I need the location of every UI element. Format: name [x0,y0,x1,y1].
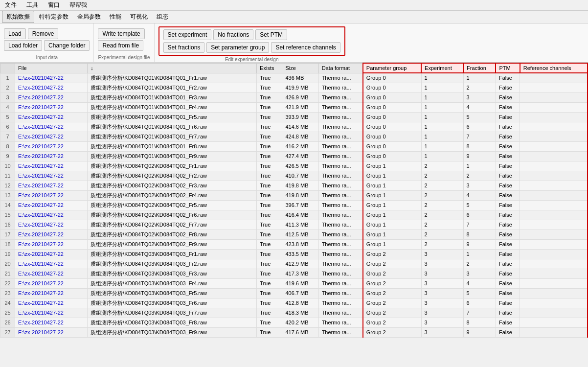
table-row[interactable]: 15 E:\zx-20210427-22 质组测序分析\KD084TQ02\KD… [0,210,588,220]
ref-channels-cell[interactable] [520,112,588,122]
ref-channels-cell[interactable] [520,190,588,200]
ptm-cell[interactable]: False [496,239,520,249]
table-row[interactable]: 24 E:\zx-20210427-22 质组测序分析\KD084TQ03\KD… [0,298,588,308]
ref-channels-cell[interactable] [520,278,588,288]
table-row[interactable]: 11 E:\zx-20210427-22 质组测序分析\KD084TQ02\KD… [0,171,588,181]
param-group-cell[interactable]: Group 1 [363,229,421,239]
read-from-file-button[interactable]: Read from file [98,40,143,51]
col-header-size[interactable]: Size [282,63,318,73]
fraction-cell[interactable]: 3 [463,269,496,278]
ptm-cell[interactable]: False [496,190,520,200]
ptm-cell[interactable]: False [496,102,520,112]
col-header-experiment[interactable]: Experiment [421,63,463,73]
table-row[interactable]: 27 E:\zx-20210427-22 质组测序分析\KD084TQ03\KD… [0,327,588,337]
param-group-cell[interactable]: Group 1 [363,161,421,171]
col-header-param-group[interactable]: Parameter group [363,63,421,73]
ref-channels-cell[interactable] [520,318,588,327]
remove-button[interactable]: Remove [28,28,59,39]
no-fractions-button[interactable]: No fractions [213,29,253,40]
tab-specific-params[interactable]: 特特定参数 [35,11,72,23]
experiment-cell[interactable]: 3 [421,278,463,288]
ref-channels-cell[interactable] [520,259,588,269]
ptm-cell[interactable]: False [496,83,520,92]
experiment-cell[interactable]: 1 [421,122,463,132]
col-header-exists[interactable]: Exists [257,63,282,73]
table-row[interactable]: 26 E:\zx-20210427-22 质组测序分析\KD084TQ03\KD… [0,318,588,327]
param-group-cell[interactable]: Group 2 [363,288,421,298]
ref-channels-cell[interactable] [520,161,588,171]
fraction-cell[interactable]: 5 [463,200,496,210]
fraction-cell[interactable]: 4 [463,102,496,112]
experiment-cell[interactable]: 1 [421,151,463,161]
table-row[interactable]: 17 E:\zx-20210427-22 质组测序分析\KD084TQ02\KD… [0,229,588,239]
table-row[interactable]: 2 E:\zx-20210427-22 质组测序分析\KD084TQ01\KD0… [0,83,588,92]
ptm-cell[interactable]: False [496,161,520,171]
table-row[interactable]: 13 E:\zx-20210427-22 质组测序分析\KD084TQ02\KD… [0,190,588,200]
set-ref-channels-button[interactable]: Set reference channels [271,42,340,53]
table-row[interactable]: 6 E:\zx-20210427-22 质组测序分析\KD084TQ01\KD0… [0,122,588,132]
ptm-cell[interactable]: False [496,269,520,278]
param-group-cell[interactable]: Group 2 [363,249,421,259]
param-group-cell[interactable]: Group 0 [363,102,421,112]
set-ptm-button[interactable]: Set PTM [255,29,287,40]
tab-global-params[interactable]: 全局参数 [73,11,105,23]
menu-help[interactable]: 帮帮我 [67,0,90,10]
ptm-cell[interactable]: False [496,220,520,229]
fraction-cell[interactable]: 5 [463,288,496,298]
fraction-cell[interactable]: 6 [463,298,496,308]
ptm-cell[interactable]: False [496,327,520,337]
table-row[interactable]: 4 E:\zx-20210427-22 质组测序分析\KD084TQ01\KD0… [0,102,588,112]
ref-channels-cell[interactable] [520,132,588,141]
load-folder-button[interactable]: Load folder [4,40,42,51]
fraction-cell[interactable]: 6 [463,210,496,220]
experiment-cell[interactable]: 3 [421,327,463,337]
table-row[interactable]: 23 E:\zx-20210427-22 质组测序分析\KD084TQ03\KD… [0,288,588,298]
experiment-cell[interactable]: 1 [421,92,463,102]
experiment-cell[interactable]: 3 [421,269,463,278]
table-row[interactable]: 7 E:\zx-20210427-22 质组测序分析\KD084TQ01\KD0… [0,132,588,141]
fraction-cell[interactable]: 8 [463,318,496,327]
ptm-cell[interactable]: False [496,112,520,122]
fraction-cell[interactable]: 1 [463,249,496,259]
ptm-cell[interactable]: False [496,181,520,190]
ptm-cell[interactable]: False [496,200,520,210]
experiment-cell[interactable]: 3 [421,259,463,269]
ptm-cell[interactable]: False [496,298,520,308]
col-header-ptm[interactable]: PTM [496,63,520,73]
fraction-cell[interactable]: 7 [463,308,496,318]
ref-channels-cell[interactable] [520,229,588,239]
experiment-cell[interactable]: 3 [421,318,463,327]
ptm-cell[interactable]: False [496,92,520,102]
param-group-cell[interactable]: Group 2 [363,278,421,288]
table-row[interactable]: 8 E:\zx-20210427-22 质组测序分析\KD084TQ01\KD0… [0,141,588,151]
experiment-cell[interactable]: 1 [421,141,463,151]
col-header-fraction[interactable]: Fraction [463,63,496,73]
param-group-cell[interactable]: Group 1 [363,190,421,200]
table-row[interactable]: 16 E:\zx-20210427-22 质组测序分析\KD084TQ02\KD… [0,220,588,229]
param-group-cell[interactable]: Group 1 [363,171,421,181]
ptm-cell[interactable]: False [496,73,520,83]
fraction-cell[interactable]: 3 [463,92,496,102]
experiment-cell[interactable]: 2 [421,181,463,190]
experiment-cell[interactable]: 2 [421,171,463,181]
ref-channels-cell[interactable] [520,327,588,337]
param-group-cell[interactable]: Group 1 [363,210,421,220]
fraction-cell[interactable]: 2 [463,259,496,269]
fraction-cell[interactable]: 9 [463,151,496,161]
experiment-cell[interactable]: 2 [421,210,463,220]
table-row[interactable]: 25 E:\zx-20210427-22 质组测序分析\KD084TQ03\KD… [0,308,588,318]
experiment-cell[interactable]: 1 [421,102,463,112]
fraction-cell[interactable]: 7 [463,220,496,229]
set-experiment-button[interactable]: Set experiment [163,29,212,40]
change-folder-button[interactable]: Change folder [44,40,90,51]
set-fractions-button[interactable]: Set fractions [163,42,205,53]
ptm-cell[interactable]: False [496,249,520,259]
tab-performance[interactable]: 性能 [106,11,125,23]
menu-window[interactable]: 窗口 [45,0,63,10]
experiment-cell[interactable]: 1 [421,132,463,141]
experiment-cell[interactable]: 3 [421,249,463,259]
ref-channels-cell[interactable] [520,141,588,151]
ref-channels-cell[interactable] [520,73,588,83]
experiment-cell[interactable]: 2 [421,161,463,171]
ptm-cell[interactable]: False [496,259,520,269]
